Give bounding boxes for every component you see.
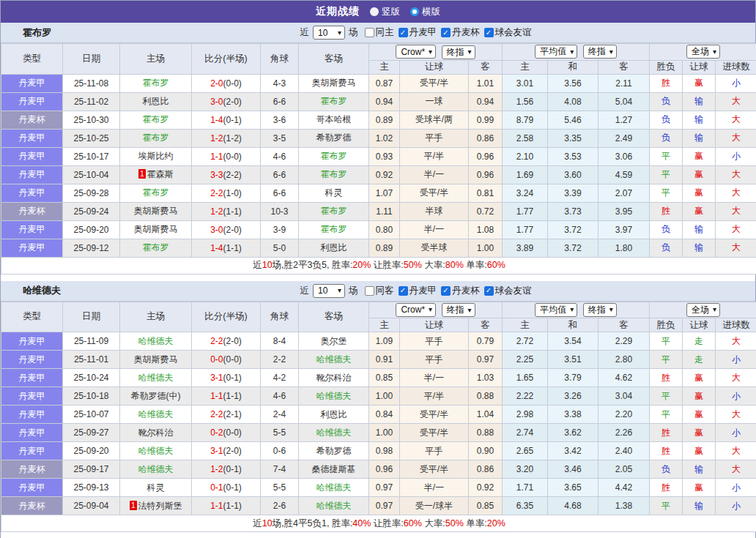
cell-away-team[interactable]: 霍布罗 bbox=[299, 202, 369, 220]
cell-league: 丹麦甲 bbox=[1, 165, 63, 184]
cell-date: 25-09-17 bbox=[63, 460, 120, 479]
avg-select-group: 平均值 ▾ 终指 ▾ bbox=[503, 44, 650, 61]
match-row: 丹麦甲25-10-25霍布罗1-2(1-2)3-5希勒罗德1.02平手0.862… bbox=[1, 129, 756, 147]
cell-away-team[interactable]: 哈维德夫 bbox=[299, 424, 369, 442]
cell-away-team[interactable]: 桑德捷斯基 bbox=[299, 460, 369, 479]
cell-score: 3-0(2-0) bbox=[192, 92, 261, 111]
cell-home-team[interactable]: 霍布罗 bbox=[120, 184, 192, 202]
cell-away-team[interactable]: 靴尔科治 bbox=[299, 369, 369, 387]
score-fulltime: 3-0 bbox=[210, 225, 223, 235]
cell-home-team[interactable]: 科灵 bbox=[120, 479, 192, 497]
cell-odds-away: 0.88 bbox=[469, 387, 503, 406]
cell-home-team[interactable]: 1霍森斯 bbox=[120, 165, 192, 184]
cell-avg-draw: 4.68 bbox=[548, 497, 598, 515]
avg-select[interactable]: 平均值 ▾ bbox=[535, 45, 577, 59]
cell-avg-away: 2.07 bbox=[598, 184, 650, 202]
cell-away-team[interactable]: 奥胡斯费马 bbox=[299, 74, 369, 92]
cell-home-team[interactable]: 靴尔科治 bbox=[120, 424, 192, 442]
cell-odds-home: 1.00 bbox=[369, 424, 400, 442]
odds-ref-select[interactable]: 终指 ▾ bbox=[442, 45, 475, 59]
cell-home-team[interactable]: 利恩比 bbox=[120, 92, 192, 111]
filter-checkbox[interactable]: ✓丹麦甲 bbox=[399, 285, 437, 297]
cell-home-team[interactable]: 霍布罗 bbox=[120, 129, 192, 147]
cell-home-team[interactable]: 哈维德夫 bbox=[120, 332, 192, 351]
filter-checkbox[interactable]: 同主 bbox=[365, 26, 394, 39]
layout-radio-vertical[interactable]: 竖版 bbox=[370, 6, 400, 18]
checkbox-icon[interactable] bbox=[365, 28, 374, 37]
cell-home-team[interactable]: 奥胡斯费马 bbox=[120, 202, 192, 220]
cell-away-team[interactable]: 哥本哈根 bbox=[299, 111, 369, 129]
cell-away-team[interactable]: 哈维德夫 bbox=[299, 479, 369, 497]
cell-away-team[interactable]: 霍布罗 bbox=[299, 147, 369, 165]
cell-away-team[interactable]: 奥尔堡 bbox=[299, 332, 369, 351]
cell-away-team[interactable]: 哈维德夫 bbox=[299, 351, 369, 369]
scope-select[interactable]: 全场 ▾ bbox=[686, 303, 720, 317]
cell-handicap-result: 赢 bbox=[683, 165, 716, 184]
checkbox-icon[interactable]: ✓ bbox=[399, 28, 408, 37]
cell-home-team[interactable]: 希勒罗德(中) bbox=[120, 387, 192, 406]
cell-away-team[interactable]: 利恩比 bbox=[299, 406, 369, 424]
cell-home-team[interactable]: 霍布罗 bbox=[120, 74, 192, 92]
cell-away-team[interactable]: 利恩比 bbox=[299, 239, 369, 257]
layout-radio-horizontal[interactable]: 横版 bbox=[410, 6, 440, 18]
cell-home-team[interactable]: 哈维德夫 bbox=[120, 406, 192, 424]
match-row: 丹麦甲25-09-12霍布罗1-4(1-1)5-0利恩比0.89受半球1.003… bbox=[1, 239, 756, 257]
cell-away-team[interactable]: 希勒罗德 bbox=[299, 442, 369, 460]
cell-home-team[interactable]: 奥胡斯费马 bbox=[120, 220, 192, 239]
cell-away-team[interactable]: 霍布罗 bbox=[299, 165, 369, 184]
cell-home-team[interactable]: 哈维德夫 bbox=[120, 369, 192, 387]
cell-away-team[interactable]: 哈维德夫 bbox=[299, 497, 369, 515]
filter-checkbox[interactable]: ✓丹麦杯 bbox=[441, 26, 480, 39]
avg-ref-select[interactable]: 终指 ▾ bbox=[583, 303, 617, 317]
odds-company-select[interactable]: Crow* ▾ bbox=[396, 303, 436, 317]
cell-corners: 2-4 bbox=[261, 406, 299, 424]
filter-checkbox[interactable]: ✓球会友谊 bbox=[484, 285, 532, 297]
cell-score: 0-2(0-0) bbox=[192, 424, 261, 442]
cell-odds-handicap: 半/一 bbox=[400, 220, 469, 239]
cell-away-team[interactable]: 哈维德夫 bbox=[299, 387, 369, 406]
rounds-select[interactable]: 10 ▾ bbox=[313, 26, 345, 40]
score-halftime: (0-0) bbox=[223, 427, 242, 438]
checkbox-icon[interactable]: ✓ bbox=[441, 28, 451, 37]
cell-avg-home: 1.65 bbox=[503, 369, 548, 387]
cell-date: 25-09-04 bbox=[63, 497, 120, 515]
summary-segment: 让胜率: bbox=[371, 518, 403, 528]
cell-avg-draw: 4.08 bbox=[548, 92, 598, 111]
checkbox-icon[interactable]: ✓ bbox=[399, 286, 408, 296]
cell-home-team[interactable]: 霍布罗 bbox=[120, 111, 192, 129]
checkbox-icon[interactable]: ✓ bbox=[484, 286, 494, 296]
filter-checkbox[interactable]: ✓球会友谊 bbox=[484, 26, 532, 39]
team-name-text: 科灵 bbox=[325, 187, 343, 198]
cell-away-team[interactable]: 霍布罗 bbox=[299, 92, 369, 111]
cell-home-team[interactable]: 霍布罗 bbox=[120, 239, 192, 257]
odds-ref-select[interactable]: 终指 ▾ bbox=[442, 303, 475, 317]
cell-result: 平 bbox=[650, 351, 683, 369]
checkbox-icon[interactable]: ✓ bbox=[441, 286, 451, 296]
cell-home-team[interactable]: 1法特列斯堡 bbox=[120, 497, 192, 515]
checkbox-icon[interactable] bbox=[365, 286, 374, 296]
summary-segment: 60% bbox=[487, 260, 505, 270]
col-header-corners: 角球 bbox=[261, 302, 299, 332]
filter-checkbox[interactable]: 同客 bbox=[365, 285, 394, 297]
cell-goals-result: 大 bbox=[716, 165, 756, 184]
cell-date: 25-09-12 bbox=[63, 239, 120, 257]
cell-away-team[interactable]: 希勒罗德 bbox=[299, 129, 369, 147]
odds-company-select[interactable]: Crow* ▾ bbox=[396, 45, 436, 59]
cell-home-team[interactable]: 哈维德夫 bbox=[120, 460, 192, 479]
avg-select[interactable]: 平均值 ▾ bbox=[535, 303, 577, 317]
cell-away-team[interactable]: 科灵 bbox=[299, 184, 369, 202]
checkbox-icon[interactable]: ✓ bbox=[484, 28, 494, 37]
cell-odds-handicap: 平手 bbox=[400, 351, 469, 369]
filter-checkbox[interactable]: ✓丹麦甲 bbox=[399, 26, 437, 39]
cell-home-team[interactable]: 埃斯比约 bbox=[120, 147, 192, 165]
avg-ref-select[interactable]: 终指 ▾ bbox=[583, 45, 617, 59]
filter-checkbox[interactable]: ✓丹麦杯 bbox=[441, 285, 480, 297]
cell-away-team[interactable]: 霍布罗 bbox=[299, 220, 369, 239]
scope-select[interactable]: 全场 ▾ bbox=[686, 45, 720, 59]
cell-home-team[interactable]: 哈维德夫 bbox=[120, 442, 192, 460]
cell-home-team[interactable]: 奥胡斯费马 bbox=[120, 351, 192, 369]
chevron-down-icon: ▾ bbox=[609, 306, 613, 313]
team-name-text: 利恩比 bbox=[321, 409, 347, 419]
rounds-select[interactable]: 10 ▾ bbox=[313, 284, 345, 298]
cell-date: 25-09-24 bbox=[63, 202, 120, 220]
